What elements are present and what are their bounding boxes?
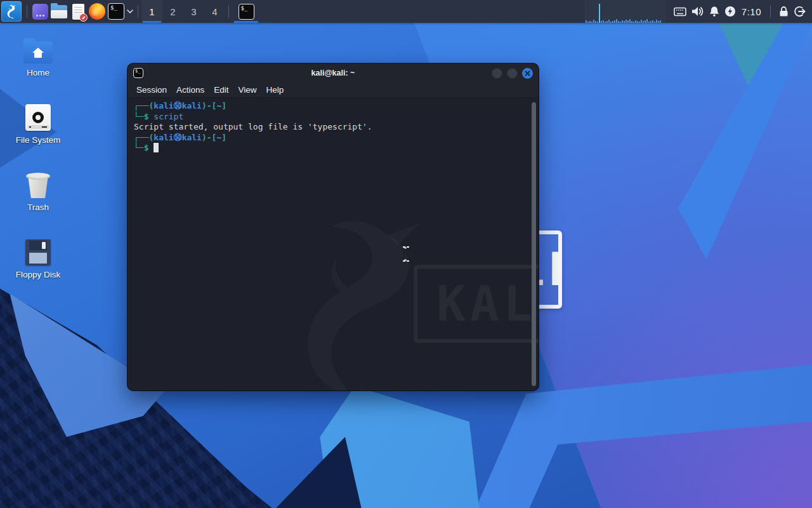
terminal-glyph: $_ [135,69,140,74]
terminal-line: ┌──(kali㊿kali)-[~] [134,101,526,112]
terminal-glyph: $_ [241,5,248,12]
desktop-icon-file-system[interactable]: File System [5,102,71,145]
applications-menu-button[interactable] [1,1,22,22]
menu-session[interactable]: Session [136,85,167,95]
scrollbar[interactable] [532,102,536,386]
desktop-icon-label: Floppy Disk [16,270,61,279]
terminal-glyph: $_ [110,4,117,11]
desktop-icon-label: Home [27,68,49,77]
panel-separator [138,5,138,18]
workspace-number: 1 [149,6,154,17]
terminal-line: └─$ [134,143,526,154]
launcher-text-editor[interactable] [69,1,88,22]
window-terminal-icon: $_ [133,68,143,78]
terminal-line: ┌──(kali㊿kali)-[~] [134,133,526,144]
logout-icon[interactable] [794,6,806,17]
workspace-number: 2 [170,6,175,17]
text-editor-icon [72,4,84,20]
terminal-icon: $_ [239,4,254,20]
panel-separator [228,5,229,18]
floppy-disk-icon [25,239,51,265]
workspace-number: 4 [212,6,217,17]
taskbar-item-terminal[interactable]: $_ [232,0,260,23]
command-output: Script started, output log file is 'type… [134,122,372,131]
system-tray: 7:10 [666,5,812,18]
chevron-down-icon [127,10,133,13]
launcher-file-manager[interactable] [49,1,69,22]
terminal-line: └─$ script [134,112,526,123]
desktop-icon-label: File System [16,135,61,145]
bell-icon[interactable] [709,6,720,17]
workspace-4[interactable]: 4 [204,0,225,23]
kali-dragon-icon [4,4,19,19]
menu-bar: Session Actions Edit View Help [128,83,539,98]
cpu-graph[interactable] [585,0,666,23]
house-icon [31,46,45,59]
terminal-window: $_ kali@kali: ~ Session Actions Edit Vie… [128,64,539,391]
app-window-icon [32,4,48,20]
watermark-text: KALI [436,280,539,328]
window-controls [492,68,533,79]
clock[interactable]: 7:10 [740,6,763,17]
terminal-content[interactable]: KALI ┌──(kali㊿kali)-[~] └─$ script Scrip… [128,98,539,391]
minimize-button[interactable] [492,68,502,79]
close-button[interactable] [522,68,533,79]
lock-icon[interactable] [778,6,789,17]
hard-drive-icon [25,104,51,131]
menu-view[interactable]: View [239,85,257,95]
launcher-terminal[interactable]: $_ [107,1,126,22]
keyboard-icon[interactable] [674,7,686,17]
close-icon [525,70,530,76]
workspace-2[interactable]: 2 [162,0,183,23]
terminal-icon: $_ [108,3,124,20]
menu-help[interactable]: Help [266,85,284,95]
maximize-button[interactable] [507,68,518,79]
workspace-1[interactable]: 1 [141,0,162,23]
kali-wordmark-watermark: KALI [414,265,539,343]
desktop-icon-label: Trash [27,203,49,212]
power-icon[interactable] [724,6,736,17]
volume-icon[interactable] [691,6,704,17]
trash-icon [27,173,49,198]
desktop-icon-home[interactable]: Home [5,34,71,77]
launcher-firefox[interactable] [88,1,107,22]
menu-edit[interactable]: Edit [214,85,228,95]
file-manager-icon [51,5,67,18]
typed-command: script [154,112,183,121]
desktop-icon-floppy-disk[interactable]: Floppy Disk [5,236,71,279]
titlebar[interactable]: $_ kali@kali: ~ [128,64,539,83]
panel-separator [770,5,771,18]
workspace-switcher: 1 2 3 4 [141,0,225,23]
firefox-icon [89,3,105,20]
panel-separator [27,5,27,18]
launcher-app-window[interactable] [30,1,49,22]
home-folder-icon [23,41,53,64]
desktop-icon-trash[interactable]: Trash [5,169,71,212]
terminal-line: Script started, output log file is 'type… [134,122,526,133]
window-title: kali@kali: ~ [128,69,539,77]
workspace-number: 3 [191,6,196,17]
launcher-dropdown-button[interactable] [126,1,134,22]
workspace-3[interactable]: 3 [183,0,204,23]
top-panel: $_ 1 2 3 4 $_ [0,0,812,23]
terminal-cursor [154,143,159,152]
menu-actions[interactable]: Actions [176,85,204,95]
